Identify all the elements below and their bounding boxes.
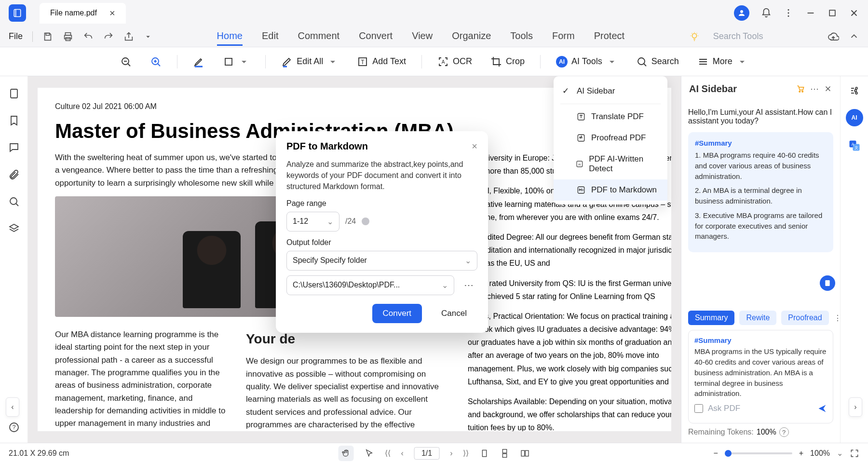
last-page-icon[interactable]: ⟩⟩ bbox=[463, 449, 469, 458]
output-path-select[interactable]: C:\Users\13609\Desktop\PDF...⌄ bbox=[286, 275, 454, 295]
ai-menu-proofread[interactable]: Proofread PDF bbox=[554, 127, 667, 149]
pill-proofread[interactable]: Proofread bbox=[781, 311, 828, 325]
page-indicator[interactable]: 1/1 bbox=[414, 447, 439, 460]
output-folder-select[interactable]: Specify Specify folder⌄ bbox=[286, 251, 477, 271]
cancel-button[interactable]: Cancel bbox=[431, 304, 477, 323]
divider bbox=[540, 55, 541, 68]
output-card: #Summary MBA programs in the US typicall… bbox=[688, 330, 833, 423]
sidebar-menu-icon[interactable]: ⋯ bbox=[810, 83, 819, 94]
dialog-close-icon[interactable]: × bbox=[472, 141, 477, 152]
window-close-icon[interactable] bbox=[849, 8, 859, 18]
maximize-icon[interactable] bbox=[827, 8, 837, 18]
menu-protect[interactable]: Protect bbox=[594, 27, 624, 46]
zoom-dropdown-icon[interactable]: ⌄ bbox=[837, 449, 843, 458]
comments-icon[interactable] bbox=[8, 142, 20, 153]
send-icon[interactable] bbox=[817, 404, 827, 413]
share-icon[interactable] bbox=[123, 31, 134, 42]
search-tools-input[interactable]: Search Tools bbox=[713, 31, 763, 41]
convert-button[interactable]: Convert bbox=[372, 304, 422, 323]
highlight-button[interactable] bbox=[190, 54, 207, 69]
zoom-out-status-icon[interactable]: − bbox=[713, 449, 718, 458]
properties-icon[interactable] bbox=[849, 85, 860, 96]
view-single-icon[interactable] bbox=[479, 449, 489, 458]
ai-menu-translate[interactable]: Translate PDF bbox=[554, 106, 667, 127]
undo-icon[interactable] bbox=[83, 31, 94, 42]
menu-convert[interactable]: Convert bbox=[359, 27, 393, 46]
bulb-icon[interactable] bbox=[689, 31, 700, 42]
minimize-icon[interactable] bbox=[805, 8, 816, 18]
menu-comment[interactable]: Comment bbox=[298, 27, 339, 46]
menu-tools[interactable]: Tools bbox=[510, 27, 533, 46]
svg-point-33 bbox=[10, 198, 17, 204]
cloud-upload-icon[interactable] bbox=[827, 31, 839, 42]
left-panel-rail: ? bbox=[0, 76, 28, 443]
file-tab[interactable]: File name.pdf × bbox=[40, 3, 126, 24]
ask-pdf-checkbox[interactable] bbox=[694, 404, 703, 413]
ai-rail-icon[interactable]: AI bbox=[846, 109, 863, 126]
menu-form[interactable]: Form bbox=[552, 27, 575, 46]
tokens-help-icon[interactable]: ? bbox=[779, 427, 789, 437]
ai-menu-sidebar[interactable]: AI Sidebar bbox=[554, 80, 667, 102]
range-radio[interactable] bbox=[362, 218, 369, 225]
prev-page-icon[interactable]: ‹ bbox=[401, 449, 404, 458]
page-range-select[interactable]: 1-12⌄ bbox=[286, 212, 339, 232]
expand-right-panel[interactable]: › bbox=[849, 397, 862, 417]
main-menu: Home Edit Comment Convert View Organize … bbox=[217, 27, 624, 46]
redo-icon[interactable] bbox=[103, 31, 114, 42]
ai-menu-markdown[interactable]: PDF to Markdown bbox=[554, 179, 667, 201]
zoom-out-button[interactable] bbox=[117, 54, 135, 69]
next-page-icon[interactable]: › bbox=[450, 449, 452, 458]
collapse-ribbon-icon[interactable] bbox=[849, 31, 859, 42]
first-page-icon[interactable]: ⟨⟨ bbox=[385, 449, 391, 458]
divider bbox=[421, 55, 422, 68]
pill-summary[interactable]: Summary bbox=[688, 311, 734, 325]
print-icon[interactable] bbox=[63, 31, 73, 42]
save-icon[interactable] bbox=[42, 31, 53, 42]
menu-home[interactable]: Home bbox=[217, 27, 243, 46]
bell-icon[interactable] bbox=[761, 8, 772, 18]
search-button[interactable]: Search bbox=[633, 54, 682, 69]
fullscreen-icon[interactable] bbox=[850, 449, 859, 458]
pill-rewrite[interactable]: Rewite bbox=[739, 311, 776, 325]
shape-button[interactable] bbox=[220, 54, 253, 69]
select-tool-icon[interactable] bbox=[365, 449, 374, 458]
ai-menu-detect[interactable]: AIPDF AI-Written Detect bbox=[554, 149, 667, 179]
hand-tool-icon[interactable] bbox=[339, 446, 354, 461]
svg-rect-54 bbox=[482, 450, 486, 456]
view-two-page-icon[interactable] bbox=[520, 449, 529, 458]
bookmarks-icon[interactable] bbox=[8, 115, 20, 126]
file-menu[interactable]: File bbox=[9, 31, 23, 41]
translate-rail-icon[interactable]: A文 bbox=[848, 139, 861, 152]
floating-doc-icon[interactable] bbox=[820, 275, 835, 291]
more-button[interactable]: More bbox=[694, 54, 751, 69]
layers-icon[interactable] bbox=[8, 223, 20, 234]
ai-sidebar: AI Sidebar ⋯ Hello,I'm Lumi,your AI assi… bbox=[681, 76, 840, 443]
search-panel-icon[interactable] bbox=[8, 196, 20, 207]
close-tab-icon[interactable]: × bbox=[109, 8, 115, 19]
sidebar-close-icon[interactable] bbox=[824, 84, 832, 93]
add-text-button[interactable]: TAdd Text bbox=[354, 54, 409, 69]
divider bbox=[265, 55, 266, 68]
expand-left-panel[interactable]: ‹ bbox=[6, 397, 19, 417]
browse-button[interactable]: ⋯ bbox=[460, 275, 477, 295]
attachments-icon[interactable] bbox=[8, 169, 20, 180]
ocr-button[interactable]: AOCR bbox=[434, 54, 475, 69]
help-icon[interactable]: ? bbox=[8, 422, 20, 433]
view-continuous-icon[interactable] bbox=[500, 449, 509, 458]
kebab-icon[interactable] bbox=[783, 8, 794, 18]
menu-organize[interactable]: Organize bbox=[452, 27, 491, 46]
thumbnails-icon[interactable] bbox=[8, 88, 20, 99]
zoom-in-status-icon[interactable]: + bbox=[799, 449, 803, 458]
edit-all-button[interactable]: Edit All bbox=[278, 54, 341, 69]
menu-view[interactable]: View bbox=[412, 27, 433, 46]
pill-menu-icon[interactable]: ⋮ bbox=[834, 313, 840, 323]
cart-icon[interactable] bbox=[796, 84, 805, 94]
menu-edit[interactable]: Edit bbox=[262, 27, 278, 46]
crop-button[interactable]: Crop bbox=[488, 54, 528, 69]
quick-dropdown-icon[interactable] bbox=[144, 32, 152, 41]
svg-text:?: ? bbox=[12, 424, 15, 431]
zoom-in-button[interactable] bbox=[147, 54, 164, 69]
ai-tools-button[interactable]: AIAI Tools bbox=[553, 54, 621, 69]
avatar[interactable] bbox=[734, 5, 749, 21]
zoom-slider[interactable] bbox=[725, 452, 792, 454]
